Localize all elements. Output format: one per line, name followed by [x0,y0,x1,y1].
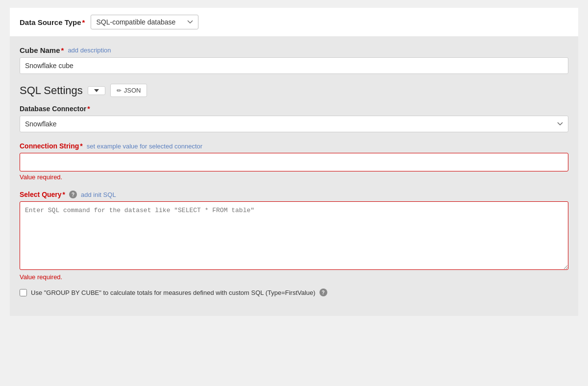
group-by-cube-row: Use "GROUP BY CUBE" to calculate totals … [20,289,568,296]
group-by-cube-label: Use "GROUP BY CUBE" to calculate totals … [31,289,316,296]
cube-name-label: Cube Name* [20,46,64,54]
connection-string-label: Connection String* [20,142,83,150]
select-query-label: Select Query* [20,191,65,198]
sql-settings-dropdown-button[interactable] [88,86,105,95]
chevron-down-icon [94,89,99,92]
group-by-cube-checkbox[interactable] [20,289,27,296]
connection-string-input[interactable] [20,153,568,171]
select-query-textarea[interactable] [20,201,568,270]
set-example-link[interactable]: set example value for selected connector [87,143,202,150]
data-source-type-select[interactable]: SQL-compatible database REST API GraphQL… [91,15,198,29]
select-query-section: Select Query* ? add init SQL Value requi… [20,191,568,281]
connection-string-section: Connection String* set example value for… [20,142,568,181]
json-button[interactable]: ✏ JSON [110,84,147,97]
pencil-icon: ✏ [117,87,122,94]
cube-name-input[interactable] [20,57,568,74]
select-query-help-icon[interactable]: ? [69,191,77,198]
add-init-sql-link[interactable]: add init SQL [81,191,116,198]
select-query-error: Value required. [20,273,568,281]
add-description-link[interactable]: add description [68,47,111,54]
data-source-type-label: Data Source Type* [20,18,85,26]
group-by-cube-help-icon[interactable]: ? [319,289,327,296]
database-connector-select[interactable]: Snowflake PostgreSQL MySQL BigQuery Reds… [20,116,568,132]
sql-settings-section: SQL Settings ✏ JSON Database Connector* … [20,84,568,296]
sql-settings-title: SQL Settings [20,84,83,97]
connection-string-error: Value required. [20,173,568,181]
database-connector-section: Database Connector* Snowflake PostgreSQL… [20,105,568,132]
database-connector-label: Database Connector* [20,105,568,113]
cube-name-section: Cube Name* add description [20,46,568,74]
